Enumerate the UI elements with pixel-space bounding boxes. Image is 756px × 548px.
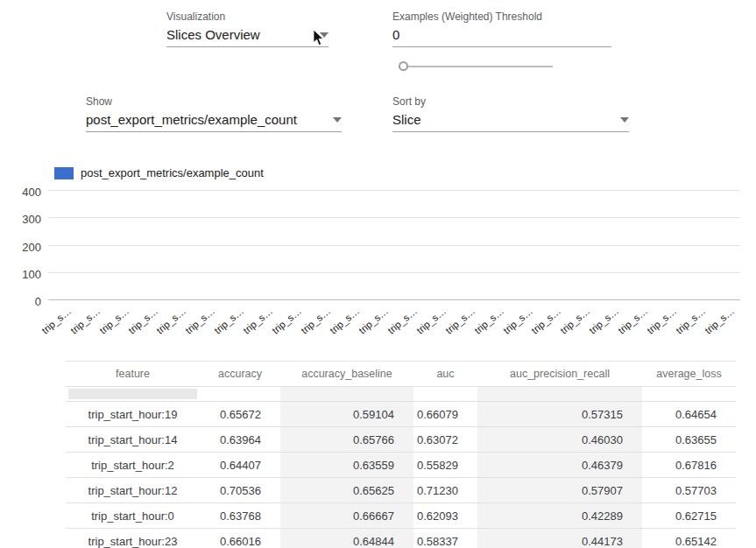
metric-cell: 0.57315 <box>477 402 642 427</box>
threshold-value: 0 <box>392 27 399 42</box>
metric-cell: 0.42289 <box>477 503 642 529</box>
xlabel-slot: trip_s… <box>423 300 452 341</box>
legend-label: post_export_metrics/example_count <box>81 166 264 179</box>
gridline <box>48 245 740 246</box>
table-row: trip_start_hour:140.639640.657660.630720… <box>66 427 736 453</box>
xlabel-slot: trip_s… <box>222 300 251 341</box>
column-header[interactable]: feature <box>66 362 200 387</box>
column-header[interactable]: average_loss <box>642 362 736 387</box>
feature-cell: trip_start_hour:23 <box>66 529 200 548</box>
sortby-select[interactable]: Slice <box>392 112 629 132</box>
metric-cell: 0.65142 <box>642 529 736 548</box>
xlabel-slot: trip_s… <box>539 300 568 341</box>
threshold-slider[interactable] <box>399 60 553 73</box>
mouse-cursor-icon <box>313 30 325 50</box>
column-header[interactable]: auc <box>413 362 477 387</box>
xlabel-slot: trip_s… <box>625 300 654 341</box>
metric-cell: 0.58337 <box>413 529 477 548</box>
visualization-select[interactable]: Slices Overview <box>166 27 329 47</box>
table-row: trip_start_hour:20.644070.635590.558290.… <box>66 453 736 478</box>
metric-cell: 0.71230 <box>413 478 477 503</box>
xlabel-slot: trip_s… <box>106 300 135 341</box>
column-header[interactable]: accuracy <box>200 362 280 387</box>
sortby-field: Sort by Slice <box>392 95 629 132</box>
metric-cell: 0.65672 <box>200 402 280 427</box>
metric-cell: 0.66667 <box>280 503 413 529</box>
xlabel-slot: trip_s… <box>336 300 365 341</box>
show-select[interactable]: post_export_metrics/example_count <box>86 112 342 132</box>
xlabel-slot: trip_s… <box>568 300 597 341</box>
filter-input[interactable] <box>68 389 196 399</box>
metric-cell: 0.64654 <box>642 402 736 427</box>
sortby-label: Sort by <box>392 95 629 108</box>
chevron-down-icon <box>333 117 342 123</box>
metric-cell: 0.65766 <box>280 427 413 453</box>
x-axis-label: trip_s… <box>39 306 73 336</box>
feature-cell: trip_start_hour:19 <box>66 402 200 427</box>
filter-cell <box>280 387 413 402</box>
xlabel-slot: trip_s… <box>48 300 77 341</box>
metric-cell: 0.63559 <box>280 453 413 478</box>
show-value: post_export_metrics/example_count <box>86 112 297 127</box>
feature-cell: trip_start_hour:0 <box>66 503 200 529</box>
table-row: trip_start_hour:190.656720.591040.660790… <box>66 402 736 427</box>
xlabel-slot: trip_s… <box>250 300 279 341</box>
chart-grid: trip_s…trip_s…trip_s…trip_s…trip_s…trip_… <box>48 191 740 300</box>
table-body: trip_start_hour:190.656720.591040.660790… <box>66 402 736 548</box>
visualization-field: Visualization Slices Overview <box>166 11 329 47</box>
metric-cell: 0.57907 <box>477 478 642 503</box>
metric-cell: 0.63768 <box>200 503 280 529</box>
table-row: trip_start_hour:230.660160.648440.583370… <box>66 529 736 548</box>
y-axis-tick: 300 <box>4 213 41 226</box>
show-label: Show <box>86 95 342 108</box>
xlabel-slot: trip_s… <box>394 300 423 341</box>
table-header-row: featureaccuracyaccuracy_baselineaucauc_p… <box>66 362 736 387</box>
chart-bars <box>48 191 740 300</box>
feature-cell: trip_start_hour:2 <box>66 453 200 478</box>
threshold-input[interactable]: 0 <box>392 27 611 47</box>
table-row: trip_start_hour:120.705360.656250.712300… <box>66 478 736 503</box>
xlabel-slot: trip_s… <box>307 300 336 341</box>
y-axis-tick: 200 <box>4 240 41 253</box>
visualization-label: Visualization <box>166 11 329 23</box>
slider-track <box>399 66 553 67</box>
metric-cell: 0.64407 <box>200 453 280 478</box>
metric-cell: 0.65625 <box>280 478 413 503</box>
xlabel-slot: trip_s… <box>193 300 222 341</box>
metric-cell: 0.62715 <box>642 503 736 529</box>
xlabel-slot: trip_s… <box>654 300 682 341</box>
xlabel-slot: trip_s… <box>597 300 625 341</box>
metric-cell: 0.70536 <box>200 478 280 503</box>
metric-cell: 0.63072 <box>413 427 477 453</box>
xlabel-slot: trip_s… <box>711 300 740 341</box>
metrics-table: featureaccuracyaccuracy_baselineaucauc_p… <box>66 361 736 548</box>
table-filter-row <box>66 387 736 402</box>
gridline <box>48 217 740 218</box>
metric-cell: 0.57703 <box>642 478 736 503</box>
gridline <box>48 272 740 273</box>
threshold-label: Examples (Weighted) Threshold <box>392 11 611 23</box>
metric-cell: 0.66079 <box>413 402 477 427</box>
column-header[interactable]: accuracy_baseline <box>280 362 413 387</box>
metric-cell: 0.63964 <box>200 427 280 453</box>
visualization-value: Slices Overview <box>166 27 260 42</box>
xlabel-slot: trip_s… <box>682 300 711 341</box>
metric-cell: 0.44173 <box>477 529 642 548</box>
filter-cell <box>477 387 642 402</box>
column-header[interactable]: auc_precision_recall <box>477 362 642 387</box>
legend-swatch-icon <box>54 167 74 179</box>
metric-cell: 0.62093 <box>413 503 477 529</box>
slider-thumb-icon[interactable] <box>399 61 408 71</box>
chart-legend: post_export_metrics/example_count <box>54 166 264 179</box>
feature-cell: trip_start_hour:14 <box>66 427 200 453</box>
chevron-down-icon <box>620 117 629 123</box>
chart-xlabels: trip_s…trip_s…trip_s…trip_s…trip_s…trip_… <box>48 300 740 341</box>
xlabel-slot: trip_s… <box>365 300 394 341</box>
metric-cell: 0.67816 <box>642 453 736 478</box>
filter-cell <box>413 387 477 402</box>
threshold-field: Examples (Weighted) Threshold 0 <box>392 11 611 47</box>
metric-cell: 0.55829 <box>413 453 477 478</box>
sortby-value: Slice <box>392 112 421 127</box>
gridline <box>48 190 740 191</box>
xlabel-slot: trip_s… <box>77 300 106 341</box>
